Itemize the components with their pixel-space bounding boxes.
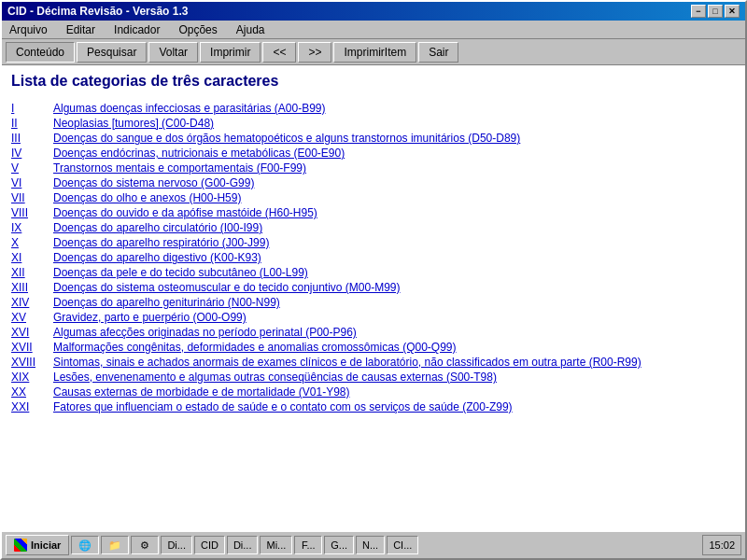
roman-numeral-link[interactable]: XI [11,251,21,264]
table-row: XIVDoenças do aparelho geniturinário (N0… [11,295,736,310]
category-description-link[interactable]: Sintomas, sinais e achados anormais de e… [53,356,641,369]
menu-bar: Arquivo Editar Indicador Opções Ajuda [2,21,745,39]
roman-numeral-link[interactable]: II [11,117,18,130]
table-row: IINeoplasias [tumores] (C00-D48) [11,116,736,131]
taskbar-item-0[interactable]: 🌐 [71,536,99,554]
title-bar: CID - Décima Revisão - Versão 1.3 − □ ✕ [2,2,745,21]
btn-conteudo[interactable]: Conteúdo [6,42,75,63]
table-row: XVIIMalformações congênitas, deformidade… [11,340,736,355]
roman-numeral-link[interactable]: I [11,102,14,115]
window-title: CID - Décima Revisão - Versão 1.3 [7,5,188,18]
table-row: IIIDoenças do sangue e dos órgãos hemato… [11,131,736,146]
menu-editar[interactable]: Editar [63,22,99,37]
btn-imprimir[interactable]: Imprimir [200,42,261,63]
taskbar-item-9[interactable]: N... [356,536,385,554]
taskbar-item-cid[interactable]: CID [194,536,225,554]
roman-numeral-link[interactable]: XVIII [11,356,35,369]
table-row: XVGravidez, parto e puerpério (O00-O99) [11,310,736,325]
taskbar-item-3[interactable]: Di... [161,536,192,554]
category-description-link[interactable]: Malformações congênitas, deformidades e … [53,341,457,354]
menu-ajuda[interactable]: Ajuda [233,22,269,37]
category-description-link[interactable]: Lesões, envenenamento e algumas outras c… [53,371,497,384]
roman-numeral-link[interactable]: XX [11,385,26,399]
roman-numeral-link[interactable]: XIII [11,281,28,294]
system-clock: 15:02 [709,539,735,551]
category-description-link[interactable]: Neoplasias [tumores] (C00-D48) [53,117,214,130]
table-row: XIDoenças do aparelho digestivo (K00-K93… [11,250,736,265]
category-description-link[interactable]: Doenças do sistema nervoso (G00-G99) [53,176,254,189]
roman-numeral-link[interactable]: III [11,132,21,145]
close-button[interactable]: ✕ [725,5,740,18]
btn-prev[interactable]: << [262,42,296,63]
content-area: Lista de categorias de três caracteres I… [2,65,745,530]
taskbar-items: 🌐 📁 ⚙ Di... CID Di... Mi... F... G... N.… [71,536,700,554]
taskbar-item-6[interactable]: Mi... [260,536,292,554]
category-description-link[interactable]: Doenças do aparelho respiratório (J00-J9… [53,236,269,249]
taskbar-item-5[interactable]: Di... [227,536,259,554]
category-description-link[interactable]: Fatores que influenciam o estado de saúd… [53,400,513,413]
table-row: XIIIDoenças do sistema osteomuscular e d… [11,280,736,295]
menu-indicador[interactable]: Indicador [110,22,163,37]
roman-numeral-link[interactable]: XVI [11,326,29,339]
taskbar-system-tray: 15:02 [702,535,741,555]
category-description-link[interactable]: Doenças do ouvido e da apófise mastóide … [53,206,317,219]
category-description-link[interactable]: Doenças do sangue e dos órgãos hematopoé… [53,132,520,145]
maximize-button[interactable]: □ [708,5,723,18]
category-description-link[interactable]: Gravidez, parto e puerpério (O00-O99) [53,311,247,324]
table-row: XVIIISintomas, sinais e achados anormais… [11,355,736,370]
roman-numeral-link[interactable]: XIV [11,296,29,309]
page-title: Lista de categorias de três caracteres [11,73,736,90]
taskbar-item-7[interactable]: F... [294,536,322,554]
roman-numeral-link[interactable]: XVII [11,341,33,354]
category-description-link[interactable]: Doenças do olho e anexos (H00-H59) [53,191,241,204]
table-row: XVIAlgumas afecções originadas no períod… [11,325,736,340]
btn-sair[interactable]: Sair [418,42,458,63]
table-row: VTranstornos mentais e comportamentais (… [11,161,736,175]
category-description-link[interactable]: Doenças endócrinas, nutricionais e metab… [53,147,345,160]
table-row: IAlgumas doenças infecciosas e parasitár… [11,101,736,116]
category-description-link[interactable]: Doenças do aparelho digestivo (K00-K93) [53,251,261,264]
menu-opcoes[interactable]: Opções [175,22,220,37]
table-row: XXIFatores que influenciam o estado de s… [11,399,736,414]
table-row: XIXLesões, envenenamento e algumas outra… [11,370,736,385]
taskbar-item-8[interactable]: G... [324,536,354,554]
roman-numeral-link[interactable]: XXI [11,400,29,413]
main-window: CID - Décima Revisão - Versão 1.3 − □ ✕ … [0,0,747,560]
windows-flag-icon [14,539,27,552]
category-description-link[interactable]: Algumas doenças infecciosas e parasitári… [53,102,325,115]
category-description-link[interactable]: Transtornos mentais e comportamentais (F… [53,161,306,175]
btn-imprimiritem[interactable]: ImprimirItem [333,42,416,63]
roman-numeral-link[interactable]: XIX [11,371,29,384]
roman-numeral-link[interactable]: X [11,236,19,249]
category-description-link[interactable]: Doenças do aparelho circulatório (I00-I9… [53,221,262,234]
table-row: VIIDoenças do olho e anexos (H00-H59) [11,190,736,205]
start-button[interactable]: Iniciar [6,535,69,555]
category-description-link[interactable]: Doenças do aparelho geniturinário (N00-N… [53,296,280,309]
taskbar: Iniciar 🌐 📁 ⚙ Di... CID Di... Mi... F...… [2,530,745,558]
taskbar-item-2[interactable]: ⚙ [131,536,159,554]
roman-numeral-link[interactable]: XV [11,311,26,324]
taskbar-item-10[interactable]: CI... [387,536,418,554]
category-description-link[interactable]: Algumas afecções originadas no período p… [53,326,357,339]
toolbar: Conteúdo Pesquisar Voltar Imprimir << >>… [2,39,745,65]
roman-numeral-link[interactable]: IX [11,221,21,234]
roman-numeral-link[interactable]: V [11,161,19,175]
category-description-link[interactable]: Doenças da pele e do tecido subcutâneo (… [53,266,308,279]
btn-voltar[interactable]: Voltar [148,42,198,63]
roman-numeral-link[interactable]: VIII [11,206,28,219]
minimize-button[interactable]: − [691,5,706,18]
roman-numeral-link[interactable]: IV [11,147,21,160]
roman-numeral-link[interactable]: XII [11,266,25,279]
roman-numeral-link[interactable]: VII [11,191,25,204]
categories-table: IAlgumas doenças infecciosas e parasitár… [11,101,736,414]
btn-next[interactable]: >> [298,42,331,63]
start-label: Iniciar [31,539,61,551]
category-description-link[interactable]: Causas externas de morbidade e de mortal… [53,385,350,399]
table-row: IXDoenças do aparelho circulatório (I00-… [11,220,736,235]
menu-arquivo[interactable]: Arquivo [6,22,51,37]
table-row: XDoenças do aparelho respiratório (J00-J… [11,235,736,250]
category-description-link[interactable]: Doenças do sistema osteomuscular e do te… [53,281,401,294]
btn-pesquisar[interactable]: Pesquisar [77,42,147,63]
roman-numeral-link[interactable]: VI [11,176,21,189]
taskbar-item-1[interactable]: 📁 [101,536,129,554]
